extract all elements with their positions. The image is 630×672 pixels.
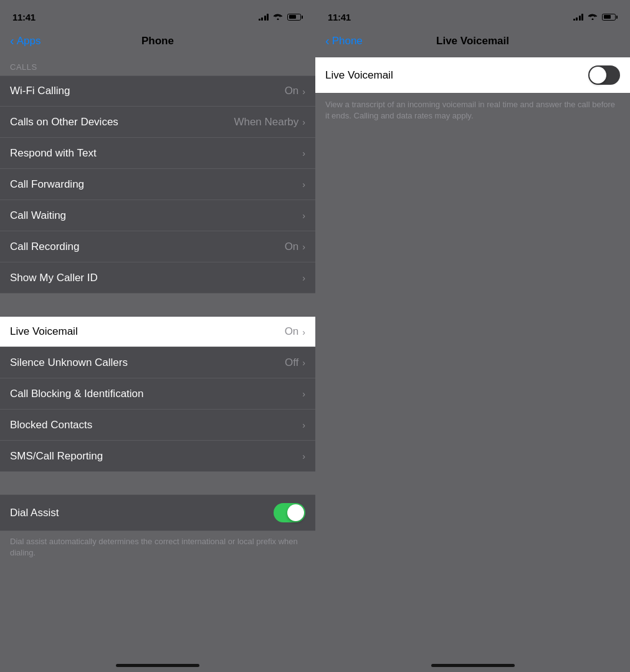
left-page-title: Phone <box>141 35 174 47</box>
left-status-icons <box>259 12 303 22</box>
voicemail-toggle-row[interactable]: Live Voicemail <box>315 57 630 93</box>
back-chevron-icon: ‹ <box>10 34 14 48</box>
left-status-bar: 11:41 <box>0 0 315 30</box>
call-forwarding-item[interactable]: Call Forwarding › <box>0 169 315 200</box>
dial-assist-item[interactable]: Dial Assist <box>0 494 315 531</box>
silence-callers-label: Silence Unknown Callers <box>10 357 128 369</box>
right-wifi-icon <box>588 12 598 22</box>
right-battery-icon <box>602 14 618 21</box>
show-caller-id-right: › <box>302 272 305 283</box>
call-recording-item[interactable]: Call Recording On › <box>0 231 315 262</box>
call-waiting-label: Call Waiting <box>10 209 66 222</box>
wifi-calling-item[interactable]: Wi-Fi Calling On › <box>0 75 315 107</box>
call-blocking-chevron-icon: › <box>302 389 305 399</box>
respond-text-item[interactable]: Respond with Text › <box>0 138 315 169</box>
right-status-icons <box>573 12 618 22</box>
right-status-time: 11:41 <box>328 12 351 22</box>
blocked-contacts-chevron-icon: › <box>302 420 305 430</box>
call-recording-chevron-icon: › <box>302 242 305 252</box>
silence-callers-value: Off <box>285 357 298 369</box>
call-blocking-item[interactable]: Call Blocking & Identification › <box>0 378 315 410</box>
calls-other-devices-item[interactable]: Calls on Other Devices When Nearby › <box>0 107 315 138</box>
silence-callers-item[interactable]: Silence Unknown Callers Off › <box>0 347 315 378</box>
silence-callers-right: Off › <box>285 357 305 369</box>
sms-reporting-label: SMS/Call Reporting <box>10 450 103 463</box>
right-page-title: Live Voicemail <box>436 35 509 47</box>
wifi-icon <box>273 12 283 22</box>
dial-assist-group: Dial Assist <box>0 494 315 531</box>
dial-assist-label: Dial Assist <box>10 507 59 519</box>
blocked-contacts-item[interactable]: Blocked Contacts › <box>0 410 315 441</box>
wifi-calling-value: On <box>285 85 299 97</box>
dial-assist-right <box>274 503 305 522</box>
wifi-calling-right: On › <box>285 85 305 97</box>
dial-assist-toggle[interactable] <box>274 503 305 522</box>
call-blocking-label: Call Blocking & Identification <box>10 388 144 400</box>
left-back-button[interactable]: ‹ Apps <box>10 34 41 48</box>
right-home-indicator <box>315 654 630 672</box>
calls-other-devices-label: Calls on Other Devices <box>10 116 118 128</box>
respond-text-label: Respond with Text <box>10 147 97 160</box>
calls-other-devices-chevron-icon: › <box>302 117 305 127</box>
blocked-contacts-right: › <box>302 420 305 430</box>
show-caller-id-chevron-icon: › <box>302 273 305 283</box>
wifi-calling-label: Wi-Fi Calling <box>10 85 70 97</box>
call-waiting-chevron-icon: › <box>302 211 305 221</box>
live-voicemail-value: On <box>285 325 299 338</box>
voicemail-toggle[interactable] <box>588 65 620 85</box>
voicemail-toggle-label: Live Voicemail <box>325 69 393 82</box>
call-blocking-right: › <box>302 388 305 399</box>
call-waiting-item[interactable]: Call Waiting › <box>0 200 315 231</box>
respond-text-right: › <box>302 148 305 158</box>
home-bar <box>116 664 199 667</box>
calls-section-label: CALLS <box>0 57 315 75</box>
left-nav-bar: ‹ Apps Phone <box>0 30 315 57</box>
silence-callers-chevron-icon: › <box>302 358 305 368</box>
right-home-bar <box>431 664 515 667</box>
settings-group-2: Live Voicemail On › Silence Unknown Call… <box>0 316 315 472</box>
dial-assist-description: Dial assist automatically determines the… <box>0 531 315 566</box>
blocked-contacts-label: Blocked Contacts <box>10 419 92 431</box>
respond-text-chevron-icon: › <box>302 148 305 158</box>
sms-reporting-item[interactable]: SMS/Call Reporting › <box>0 441 315 472</box>
right-back-chevron-icon: ‹ <box>325 34 330 48</box>
voicemail-toggle-knob <box>589 67 606 84</box>
live-voicemail-item[interactable]: Live Voicemail On › <box>0 316 315 347</box>
sms-reporting-right: › <box>302 451 305 461</box>
wifi-calling-chevron-icon: › <box>302 87 305 97</box>
call-forwarding-right: › <box>302 179 305 190</box>
battery-icon <box>287 14 303 21</box>
show-caller-id-label: Show My Caller ID <box>10 272 98 284</box>
left-panel: 11:41 <box>0 0 315 672</box>
toggle-knob <box>287 504 304 521</box>
call-recording-value: On <box>285 241 299 253</box>
show-caller-id-item[interactable]: Show My Caller ID › <box>0 262 315 294</box>
right-nav-bar: ‹ Phone Live Voicemail <box>315 30 630 57</box>
live-voicemail-chevron-icon: › <box>302 327 305 337</box>
call-recording-right: On › <box>285 241 305 253</box>
calls-other-devices-right: When Nearby › <box>234 116 305 128</box>
call-recording-label: Call Recording <box>10 241 80 253</box>
live-voicemail-label: Live Voicemail <box>10 325 78 338</box>
right-status-bar: 11:41 <box>315 0 630 30</box>
right-back-button[interactable]: ‹ Phone <box>325 34 363 48</box>
sms-reporting-chevron-icon: › <box>302 451 305 461</box>
left-status-time: 11:41 <box>12 12 36 22</box>
call-forwarding-chevron-icon: › <box>302 180 305 190</box>
live-voicemail-right: On › <box>285 325 305 338</box>
signal-bars-icon <box>259 13 269 21</box>
call-waiting-right: › <box>302 210 305 221</box>
right-signal-bars-icon <box>573 13 584 21</box>
call-forwarding-label: Call Forwarding <box>10 178 84 191</box>
right-panel: 11:41 <box>315 0 630 672</box>
calls-other-devices-value: When Nearby <box>234 116 298 128</box>
voicemail-description: View a transcript of an incoming voicema… <box>315 93 630 122</box>
left-home-indicator <box>0 654 315 672</box>
settings-group-1: Wi-Fi Calling On › Calls on Other Device… <box>0 75 315 294</box>
